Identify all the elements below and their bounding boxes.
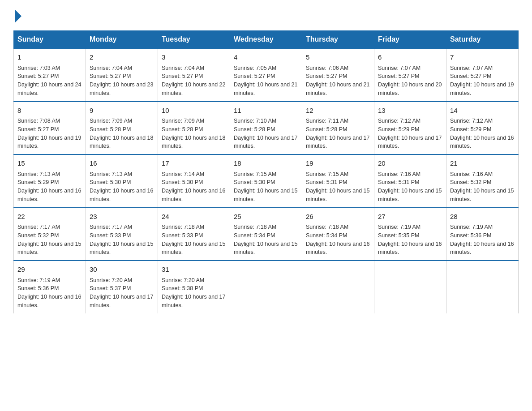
day-info: Sunrise: 7:19 AMSunset: 5:36 PMDaylight:… (450, 223, 515, 257)
calendar-cell: 4 Sunrise: 7:05 AMSunset: 5:27 PMDayligh… (230, 48, 302, 102)
day-info: Sunrise: 7:03 AMSunset: 5:27 PMDaylight:… (17, 64, 82, 98)
day-number: 6 (378, 52, 442, 63)
days-header-row: SundayMondayTuesdayWednesdayThursdayFrid… (14, 31, 519, 49)
week-row-3: 15 Sunrise: 7:13 AMSunset: 5:29 PMDaylig… (14, 154, 519, 208)
calendar-cell: 22 Sunrise: 7:17 AMSunset: 5:32 PMDaylig… (14, 208, 86, 261)
week-row-5: 29 Sunrise: 7:19 AMSunset: 5:36 PMDaylig… (14, 261, 519, 313)
calendar-cell: 24 Sunrise: 7:18 AMSunset: 5:33 PMDaylig… (158, 208, 230, 261)
calendar-cell: 9 Sunrise: 7:09 AMSunset: 5:28 PMDayligh… (86, 102, 158, 155)
calendar-cell: 29 Sunrise: 7:19 AMSunset: 5:36 PMDaylig… (14, 261, 86, 313)
day-info: Sunrise: 7:20 AMSunset: 5:38 PMDaylight:… (162, 276, 226, 310)
day-number: 8 (17, 106, 82, 116)
calendar-cell: 15 Sunrise: 7:13 AMSunset: 5:29 PMDaylig… (14, 154, 86, 208)
day-header-thursday: Thursday (302, 31, 374, 49)
day-info: Sunrise: 7:08 AMSunset: 5:27 PMDaylight:… (17, 117, 82, 150)
day-info: Sunrise: 7:18 AMSunset: 5:34 PMDaylight:… (306, 223, 370, 257)
calendar-cell: 26 Sunrise: 7:18 AMSunset: 5:34 PMDaylig… (302, 208, 374, 261)
day-number: 2 (90, 52, 154, 63)
day-number: 16 (90, 158, 154, 169)
calendar-cell: 3 Sunrise: 7:04 AMSunset: 5:27 PMDayligh… (158, 48, 230, 102)
day-number: 28 (450, 212, 515, 222)
day-number: 25 (234, 212, 298, 222)
day-number: 5 (306, 52, 370, 63)
logo (13, 9, 23, 21)
calendar-cell: 18 Sunrise: 7:15 AMSunset: 5:30 PMDaylig… (230, 154, 302, 208)
calendar-cell: 27 Sunrise: 7:19 AMSunset: 5:35 PMDaylig… (374, 208, 446, 261)
day-number: 11 (234, 106, 298, 116)
calendar-cell: 5 Sunrise: 7:06 AMSunset: 5:27 PMDayligh… (302, 48, 374, 102)
day-info: Sunrise: 7:16 AMSunset: 5:31 PMDaylight:… (378, 170, 442, 204)
day-info: Sunrise: 7:20 AMSunset: 5:37 PMDaylight:… (90, 276, 154, 310)
day-info: Sunrise: 7:13 AMSunset: 5:30 PMDaylight:… (90, 170, 154, 204)
calendar-cell: 21 Sunrise: 7:16 AMSunset: 5:32 PMDaylig… (446, 154, 519, 208)
day-info: Sunrise: 7:14 AMSunset: 5:30 PMDaylight:… (162, 170, 226, 204)
day-number: 10 (162, 106, 226, 116)
calendar-cell: 16 Sunrise: 7:13 AMSunset: 5:30 PMDaylig… (86, 154, 158, 208)
day-number: 26 (306, 212, 370, 222)
day-info: Sunrise: 7:09 AMSunset: 5:28 PMDaylight:… (162, 117, 226, 150)
day-header-monday: Monday (86, 31, 158, 49)
day-number: 1 (17, 52, 82, 63)
calendar-cell: 2 Sunrise: 7:04 AMSunset: 5:27 PMDayligh… (86, 48, 158, 102)
day-info: Sunrise: 7:07 AMSunset: 5:27 PMDaylight:… (378, 64, 442, 98)
day-number: 7 (450, 52, 515, 63)
day-info: Sunrise: 7:05 AMSunset: 5:27 PMDaylight:… (234, 64, 298, 98)
logo-arrow-icon (15, 10, 21, 22)
week-row-4: 22 Sunrise: 7:17 AMSunset: 5:32 PMDaylig… (14, 208, 519, 261)
day-info: Sunrise: 7:12 AMSunset: 5:29 PMDaylight:… (378, 117, 442, 150)
day-info: Sunrise: 7:15 AMSunset: 5:30 PMDaylight:… (234, 170, 298, 204)
day-info: Sunrise: 7:04 AMSunset: 5:27 PMDaylight:… (162, 64, 226, 98)
day-header-friday: Friday (374, 31, 446, 49)
day-info: Sunrise: 7:12 AMSunset: 5:29 PMDaylight:… (450, 117, 515, 150)
day-number: 13 (378, 106, 442, 116)
calendar-cell: 28 Sunrise: 7:19 AMSunset: 5:36 PMDaylig… (446, 208, 519, 261)
day-number: 14 (450, 106, 515, 116)
week-row-1: 1 Sunrise: 7:03 AMSunset: 5:27 PMDayligh… (14, 48, 519, 102)
day-info: Sunrise: 7:13 AMSunset: 5:29 PMDaylight:… (17, 170, 82, 204)
day-number: 19 (306, 158, 370, 169)
day-number: 27 (378, 212, 442, 222)
day-header-saturday: Saturday (446, 31, 519, 49)
day-number: 4 (234, 52, 298, 63)
day-info: Sunrise: 7:18 AMSunset: 5:34 PMDaylight:… (234, 223, 298, 257)
day-header-tuesday: Tuesday (158, 31, 230, 49)
day-header-wednesday: Wednesday (230, 31, 302, 49)
day-header-sunday: Sunday (14, 31, 86, 49)
calendar-cell: 7 Sunrise: 7:07 AMSunset: 5:27 PMDayligh… (446, 48, 519, 102)
calendar-cell (302, 261, 374, 313)
calendar-cell: 19 Sunrise: 7:15 AMSunset: 5:31 PMDaylig… (302, 154, 374, 208)
calendar-cell: 31 Sunrise: 7:20 AMSunset: 5:38 PMDaylig… (158, 261, 230, 313)
day-number: 29 (17, 265, 82, 275)
day-number: 20 (378, 158, 442, 169)
day-info: Sunrise: 7:04 AMSunset: 5:27 PMDaylight:… (90, 64, 154, 98)
calendar-cell: 6 Sunrise: 7:07 AMSunset: 5:27 PMDayligh… (374, 48, 446, 102)
calendar-cell (446, 261, 519, 313)
day-info: Sunrise: 7:19 AMSunset: 5:36 PMDaylight:… (17, 276, 82, 310)
day-number: 23 (90, 212, 154, 222)
day-number: 24 (162, 212, 226, 222)
calendar-cell: 13 Sunrise: 7:12 AMSunset: 5:29 PMDaylig… (374, 102, 446, 155)
calendar-cell: 12 Sunrise: 7:11 AMSunset: 5:28 PMDaylig… (302, 102, 374, 155)
day-number: 18 (234, 158, 298, 169)
calendar-cell: 1 Sunrise: 7:03 AMSunset: 5:27 PMDayligh… (14, 48, 86, 102)
day-number: 15 (17, 158, 82, 169)
day-number: 17 (162, 158, 226, 169)
day-info: Sunrise: 7:19 AMSunset: 5:35 PMDaylight:… (378, 223, 442, 257)
page-header (13, 9, 519, 21)
calendar-cell (374, 261, 446, 313)
day-info: Sunrise: 7:15 AMSunset: 5:31 PMDaylight:… (306, 170, 370, 204)
day-info: Sunrise: 7:06 AMSunset: 5:27 PMDaylight:… (306, 64, 370, 98)
calendar-cell: 14 Sunrise: 7:12 AMSunset: 5:29 PMDaylig… (446, 102, 519, 155)
calendar-cell: 17 Sunrise: 7:14 AMSunset: 5:30 PMDaylig… (158, 154, 230, 208)
calendar-cell: 23 Sunrise: 7:17 AMSunset: 5:33 PMDaylig… (86, 208, 158, 261)
day-number: 22 (17, 212, 82, 222)
day-info: Sunrise: 7:18 AMSunset: 5:33 PMDaylight:… (162, 223, 226, 257)
day-number: 12 (306, 106, 370, 116)
day-info: Sunrise: 7:17 AMSunset: 5:33 PMDaylight:… (90, 223, 154, 257)
calendar-cell: 10 Sunrise: 7:09 AMSunset: 5:28 PMDaylig… (158, 102, 230, 155)
calendar-cell: 8 Sunrise: 7:08 AMSunset: 5:27 PMDayligh… (14, 102, 86, 155)
day-info: Sunrise: 7:17 AMSunset: 5:32 PMDaylight:… (17, 223, 82, 257)
day-number: 31 (162, 265, 226, 275)
calendar-table: SundayMondayTuesdayWednesdayThursdayFrid… (13, 30, 519, 313)
day-info: Sunrise: 7:16 AMSunset: 5:32 PMDaylight:… (450, 170, 515, 204)
